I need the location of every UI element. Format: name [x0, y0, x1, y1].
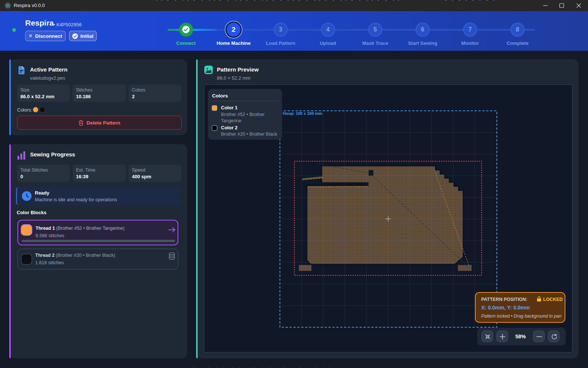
svg-text:Hoop: 100 x 100 mm: Hoop: 100 x 100 mm — [283, 111, 323, 116]
